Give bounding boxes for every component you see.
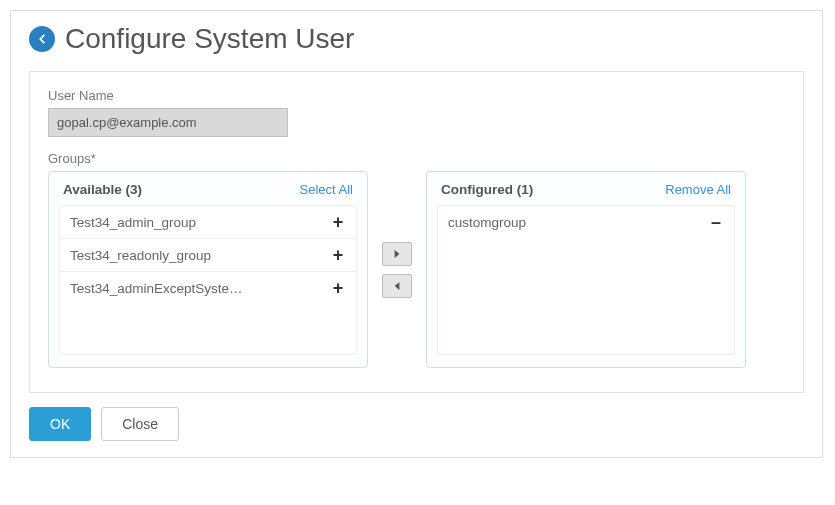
configured-title: Configured (1) [441, 182, 533, 197]
page-title: Configure System User [65, 23, 354, 55]
plus-icon[interactable]: + [330, 246, 346, 264]
available-items: Test34_admin_group + Test34_readonly_gro… [59, 205, 357, 355]
list-item-label: Test34_admin_group [70, 215, 196, 230]
ok-button[interactable]: OK [29, 407, 91, 441]
select-all-link[interactable]: Select All [300, 182, 353, 197]
transfer-buttons [382, 242, 412, 298]
configure-system-user-dialog: Configure System User User Name Groups* … [10, 10, 823, 458]
username-field[interactable] [48, 108, 288, 137]
list-item-label: customgroup [448, 215, 526, 230]
plus-icon[interactable]: + [330, 279, 346, 297]
dialog-footer: OK Close [11, 407, 822, 457]
configured-header: Configured (1) Remove All [427, 172, 745, 205]
list-item-label: Test34_adminExceptSyste… [70, 281, 243, 296]
list-item[interactable]: Test34_adminExceptSyste… + [60, 272, 356, 304]
username-label: User Name [48, 88, 785, 103]
move-right-button[interactable] [382, 242, 412, 266]
available-header: Available (3) Select All [49, 172, 367, 205]
groups-label: Groups* [48, 151, 785, 166]
close-button[interactable]: Close [101, 407, 179, 441]
plus-icon[interactable]: + [330, 213, 346, 231]
list-item-label: Test34_readonly_group [70, 248, 211, 263]
list-item[interactable]: Test34_readonly_group + [60, 239, 356, 272]
back-icon[interactable] [29, 26, 55, 52]
available-list-box: Available (3) Select All Test34_admin_gr… [48, 171, 368, 368]
list-item[interactable]: Test34_admin_group + [60, 206, 356, 239]
list-item[interactable]: customgroup – [438, 206, 734, 238]
minus-icon[interactable]: – [708, 213, 724, 231]
dialog-header: Configure System User [11, 11, 822, 65]
configured-items: customgroup – [437, 205, 735, 355]
configured-list-box: Configured (1) Remove All customgroup – [426, 171, 746, 368]
groups-dual-list: Available (3) Select All Test34_admin_gr… [48, 171, 785, 368]
dialog-body: User Name Groups* Available (3) Select A… [29, 71, 804, 393]
available-title: Available (3) [63, 182, 142, 197]
move-left-button[interactable] [382, 274, 412, 298]
remove-all-link[interactable]: Remove All [665, 182, 731, 197]
